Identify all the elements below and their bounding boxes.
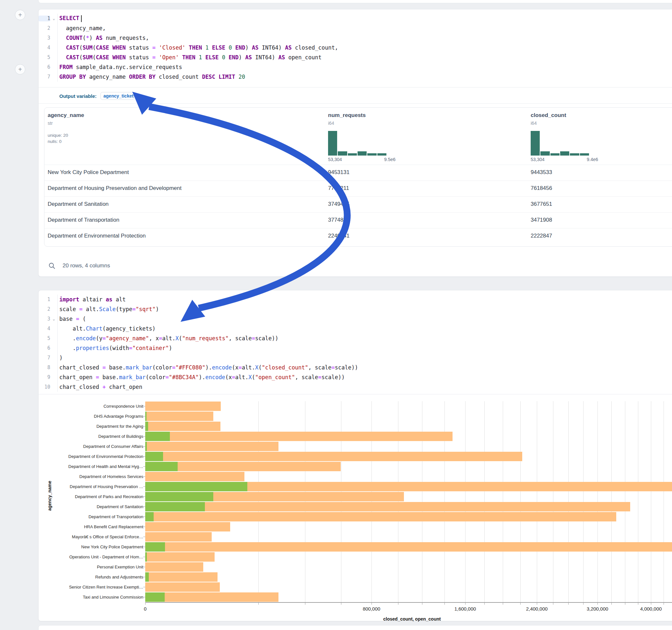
y-axis-tick [143, 577, 145, 577]
column-header-num-requests[interactable]: num_requests i64 53,304 9.5e6 [328, 112, 395, 162]
code-line[interactable]: 7GROUP BY agency_name ORDER BY closed_co… [39, 72, 672, 82]
code-line[interactable]: 4 CAST(SUM(CASE WHEN status = 'Closed' T… [39, 43, 672, 52]
open-count-bar[interactable] [145, 442, 147, 451]
column-header-agency-name[interactable]: agency_name str unique: 20 nulls: 0 [48, 112, 84, 144]
closed-count-bar[interactable] [145, 552, 215, 562]
open-count-bar[interactable] [145, 462, 178, 471]
closed-count-bar[interactable] [145, 442, 279, 451]
line-number: 1 [39, 16, 50, 21]
chart-row [145, 461, 672, 471]
table-row[interactable]: Department of Environmental Protection22… [44, 228, 672, 244]
y-axis-tick [143, 507, 145, 507]
cell-num-requests: 2240041 [328, 233, 350, 239]
open-count-bar[interactable] [145, 572, 149, 582]
add-cell-button-top[interactable]: + [15, 10, 25, 20]
y-axis-label: Personal Exemption Unit [40, 564, 143, 570]
open-count-bar[interactable] [145, 552, 147, 562]
closed-count-bar[interactable] [145, 402, 221, 411]
open-count-bar[interactable] [145, 512, 154, 522]
closed-count-bar[interactable] [145, 412, 213, 421]
x-axis-tick [465, 603, 465, 605]
code-line[interactable]: 6 .properties(width="container") [39, 343, 672, 353]
y-axis-tick [143, 527, 145, 527]
y-axis-label: Department of Transportation [40, 514, 143, 519]
gutter-divider [57, 295, 58, 392]
closed-count-bar[interactable] [145, 522, 230, 532]
y-axis-tick [143, 557, 145, 557]
code-line[interactable]: 6FROM sample_data.nyc.service_requests [39, 62, 672, 72]
table-row[interactable]: Department of Housing Preservation and D… [44, 180, 672, 196]
table-header: agency_name str unique: 20 nulls: 0 num_… [44, 107, 672, 165]
x-axis-tick [398, 603, 399, 605]
collapse-chevron-icon[interactable]: ⌄ [50, 16, 57, 21]
output-variable-badge[interactable]: agency_tickets [100, 92, 134, 100]
open-count-bar[interactable] [145, 502, 205, 511]
open-count-bar[interactable] [145, 482, 247, 491]
open-count-bar[interactable] [145, 412, 146, 421]
text-cursor [81, 15, 82, 22]
collapse-chevron-icon[interactable]: ⌄ [50, 317, 57, 321]
search-icon[interactable] [48, 262, 55, 269]
chart-plot-area[interactable] [145, 401, 672, 602]
row-column-count: 20 rows, 4 columns [63, 263, 110, 269]
code-line[interactable]: 4 alt.Chart(agency_tickets) [39, 324, 672, 334]
code-line[interactable]: 8chart_closed = base.mark_bar(color="#FF… [39, 363, 672, 372]
open-count-bar[interactable] [145, 542, 165, 552]
code-text: CAST(SUM(CASE WHEN status = 'Closed' THE… [59, 44, 338, 51]
code-text: base = ( [59, 316, 86, 322]
line-number: 3 [39, 35, 50, 41]
chart-row [145, 452, 672, 461]
x-axis-tick [568, 603, 569, 605]
histogram-bar [531, 131, 540, 155]
sql-code-editor[interactable]: 1⌄SELECT2 agency_name,3 COUNT(*) AS num_… [39, 9, 672, 85]
y-axis-label: Department of Homeless Services [40, 474, 143, 479]
python-code-editor[interactable]: 1import altair as alt2scale = alt.Scale(… [39, 290, 672, 395]
x-axis-tick [145, 603, 146, 605]
cell-closed-count: 3471908 [531, 217, 552, 223]
closed-count-bar[interactable] [145, 421, 220, 431]
open-count-bar[interactable] [145, 592, 165, 602]
y-axis-tick [143, 587, 145, 587]
table-row[interactable]: Department of Sanitation37494853677651 [44, 196, 672, 212]
closed-count-bar[interactable] [145, 512, 616, 522]
closed-count-bar[interactable] [145, 532, 212, 541]
code-line[interactable]: 1⌄SELECT [39, 14, 672, 23]
y-axis-tick [143, 496, 145, 497]
y-axis-tick [143, 547, 145, 547]
x-axis-tick [445, 603, 445, 605]
code-line[interactable]: 1import altair as alt [39, 295, 672, 304]
code-line[interactable]: 2scale = alt.Scale(type="sqrt") [39, 304, 672, 314]
column-header-closed-count[interactable]: closed_count i64 53,304 9.4e6 [531, 112, 598, 162]
code-line[interactable]: 3 COUNT(*) AS num_requests, [39, 33, 672, 43]
table-row[interactable]: Department of Transportation377489234719… [44, 212, 672, 228]
column-type: i64 [328, 121, 395, 126]
closed-count-bar[interactable] [145, 562, 203, 572]
open-count-bar[interactable] [145, 492, 213, 501]
y-axis-label: DHS Advantage Programs [40, 414, 143, 419]
table-row[interactable]: New York City Police Department945313194… [44, 165, 672, 180]
closed-count-bar[interactable] [145, 542, 672, 552]
code-line[interactable]: 5 .encode(y="agency_name", x=alt.X("num_… [39, 334, 672, 343]
closed-count-bar[interactable] [145, 452, 522, 461]
code-line[interactable]: 7) [39, 353, 672, 363]
closed-count-bar[interactable] [145, 432, 453, 441]
column-name: num_requests [328, 112, 395, 119]
code-line[interactable]: 5 CAST(SUM(CASE WHEN status = 'Open' THE… [39, 52, 672, 62]
chart-row [145, 482, 672, 492]
code-line[interactable]: 10chart_closed + chart_open [39, 382, 672, 392]
open-count-bar[interactable] [145, 452, 163, 461]
closed-count-bar[interactable] [145, 592, 279, 602]
code-line[interactable]: 3⌄base = ( [39, 314, 672, 324]
y-axis-label: Correspondence Unit [40, 404, 143, 409]
open-count-bar[interactable] [145, 432, 170, 441]
column-type: str [48, 121, 84, 126]
closed-count-bar[interactable] [145, 572, 217, 582]
code-line[interactable]: 2 agency_name, [39, 23, 672, 33]
chart-row [145, 401, 672, 411]
closed-count-bar[interactable] [145, 502, 630, 511]
add-cell-button-between[interactable]: + [15, 64, 25, 75]
closed-count-bar[interactable] [145, 582, 220, 592]
closed-count-bar[interactable] [145, 472, 244, 481]
code-line[interactable]: 9chart_open = base.mark_bar(color="#8BC3… [39, 372, 672, 382]
open-count-bar[interactable] [145, 421, 148, 431]
